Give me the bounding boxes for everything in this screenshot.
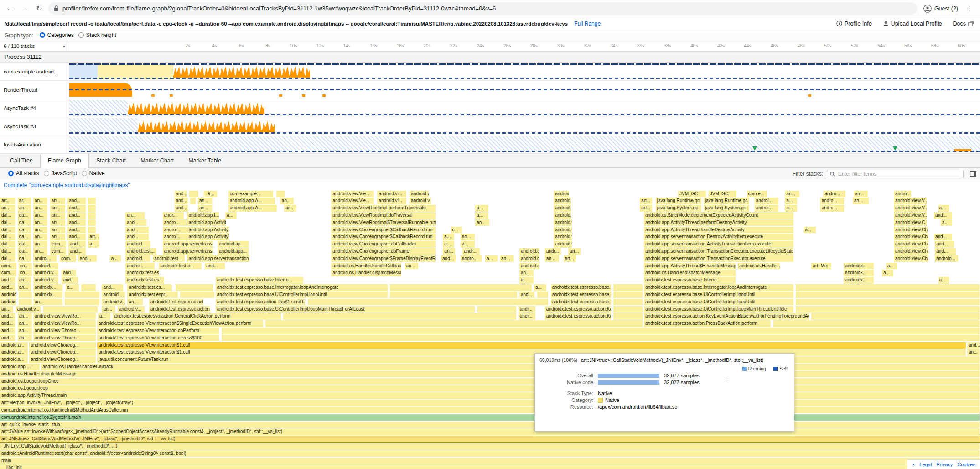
flame-cell[interactable]: dal... [0,248,16,255]
flame-cell[interactable]: androidx.test.espresso.action.KeyEvent..… [545,313,612,320]
flame-cell[interactable]: and... [67,234,86,240]
flame-cell[interactable]: da... [18,248,31,255]
flame-cell[interactable]: androidx.test.espresso.base.UiController… [644,306,794,313]
flame-cell[interactable]: android.os.Handle... [738,263,780,270]
flame-cell[interactable]: an... [280,198,294,204]
flame-cell[interactable]: a... [938,205,950,212]
flame-cell[interactable]: an... [461,234,475,240]
flame-cell[interactable]: dal... [0,219,16,226]
flame-cell[interactable]: android.view.ViewRootImpl.doTraversal [331,212,436,219]
stack-filter-javascript[interactable]: JavaScript [44,170,77,177]
flame-cell[interactable]: android.view.Choreographer$FrameDisplayE… [331,255,436,262]
flame-cell[interactable]: an... [33,198,48,204]
flame-cell[interactable] [88,219,96,226]
flame-cell[interactable] [222,335,980,342]
flame-cell[interactable]: an... [50,212,66,219]
flame-cell[interactable]: android.view.Choreographer.doFrame [331,248,436,255]
flame-cell[interactable]: java.lang.Runtime.gc [704,198,750,204]
flame-cell[interactable]: and... [125,227,149,234]
flame-cell[interactable]: da... [18,255,31,262]
flame-cell[interactable] [190,198,196,204]
flame-cell[interactable]: an... [785,191,799,198]
flame-cell[interactable]: an... [33,234,48,240]
flame-cell[interactable]: androidx... [33,292,62,298]
flame-cell[interactable]: a... [475,205,489,212]
track-graph[interactable] [69,63,980,80]
flame-cell[interactable]: androidx... [844,263,874,270]
flame-cell[interactable] [43,306,98,313]
flame-cell[interactable]: android.view.V... [894,212,927,219]
flame-cell[interactable]: a... [785,198,798,204]
flame-cell[interactable]: and... [934,234,953,240]
flame-cell[interactable]: com.e... [747,191,767,198]
flame-cell[interactable]: android.app.servertrans... [163,241,214,248]
flame-cell[interactable]: and... [967,342,980,349]
flame-cell[interactable]: an... [284,205,297,212]
flame-cell[interactable]: an... [50,205,66,212]
flame-cell[interactable]: android.vi... [377,191,406,198]
flame-cell[interactable]: an... [18,313,32,320]
flame-cell[interactable] [88,205,96,212]
flame-cell[interactable]: android.view.Cho... [894,241,929,248]
flame-cell[interactable]: art_quick_invoke_static_stub [0,422,980,428]
flame-cell[interactable]: and... [67,212,86,219]
flame-cell[interactable]: android::AndroidRuntime::start(char cons… [0,450,980,457]
flame-cell[interactable] [796,292,980,298]
track-label-com-example-android[interactable]: com.example.android... [0,63,69,80]
flame-cell[interactable]: an... [127,299,143,306]
flame-cell[interactable]: android.view.Choreo... [33,335,96,342]
flame-cell[interactable]: art... [640,198,653,204]
flame-cell[interactable] [222,328,980,334]
flame-cell[interactable]: android.a... [0,349,28,356]
flame-cell[interactable]: art::JValue art::InvokeWithVarArgs<_jmet… [0,428,980,435]
flame-cell[interactable]: android.v... [410,198,431,204]
flame-cell[interactable] [796,306,980,313]
sidebar-toggle-icon[interactable] [970,171,976,177]
flame-cell[interactable]: co... [19,270,32,276]
flame-cell[interactable]: dal... [0,212,16,219]
flame-cell[interactable]: an... [50,234,66,240]
flame-cell[interactable]: and... [934,212,953,219]
flame-cell[interactable]: and... [175,198,188,204]
flame-cell[interactable]: an... [0,306,14,313]
flame-cell[interactable]: android.app.ActivityT... [187,234,229,240]
flame-cell[interactable]: an... [50,219,66,226]
flame-cell[interactable]: main [0,458,980,464]
flame-cell[interactable]: a... [804,227,816,234]
flame-cell[interactable] [65,292,100,298]
track-graph[interactable] [69,117,980,135]
docs-link[interactable]: Docs [953,21,974,27]
flame-cell[interactable]: an... [33,241,48,248]
flame-cell[interactable]: androidx.test.espresso.base.Interro... [551,284,612,291]
flame-cell[interactable]: art... [640,205,653,212]
flame-cell[interactable]: android.os.StrictMode.decrementExpectedA… [644,212,794,219]
flame-cell[interactable]: a... [98,313,111,320]
flame-cell[interactable]: android.v... [554,212,571,219]
flame-cell[interactable]: art::JNI<true>::CallStaticVoidMethodV(_J… [0,436,980,443]
flame-cell[interactable]: android.app.A... [228,205,277,212]
flame-cell[interactable]: and... [0,313,16,320]
flame-cell[interactable]: android.os.Handler.handleCallback [331,263,402,270]
flame-cell[interactable]: an... [198,198,213,204]
flame-cell[interactable]: andro... [894,191,912,198]
flame-cell[interactable]: and... [78,255,97,262]
flame-cell[interactable]: androidx.test.espresso.ViewInteraction$1… [97,349,966,356]
flame-cell[interactable]: com... [50,241,67,248]
flame-cell[interactable]: and... [67,205,86,212]
flame-cell[interactable]: androi... [163,227,189,234]
flame-cell[interactable]: and... [62,270,76,276]
flame-cell[interactable]: and... [0,335,16,342]
flame-cell[interactable]: androidx.test.espresso.action.PressBackA… [644,320,771,327]
flame-cell[interactable]: an... [50,198,66,204]
flame-cell[interactable]: an... [33,299,62,306]
flame-cell[interactable]: androidx.test.espresso.base.Interro... [644,277,736,284]
flame-cell[interactable]: android.app.Activit... [187,219,226,226]
flame-cell[interactable] [613,313,643,320]
breadcrumb[interactable]: Complete "com.example.android.displaying… [0,180,980,190]
flame-cell[interactable]: com.example... [228,191,274,198]
flame-cell[interactable]: and... [102,284,123,291]
flame-cell[interactable]: an... [50,227,66,234]
flame-cell[interactable]: art::Method_invoke(_JNIEnv*, _jobject*, … [0,400,980,406]
flame-cell[interactable]: androidx... [33,284,62,291]
flame-cell[interactable]: da... [18,241,31,248]
